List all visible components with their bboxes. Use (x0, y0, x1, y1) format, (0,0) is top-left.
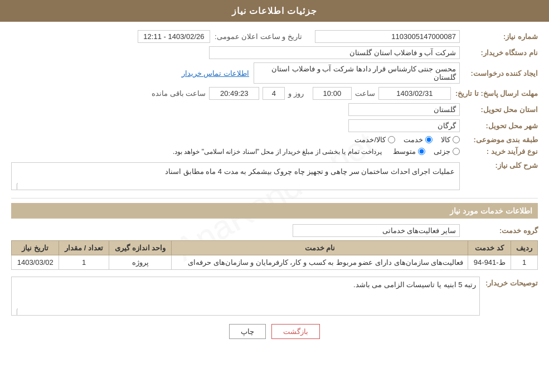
creator-value: محسن جنتی کارشناس قرار دادها شرکت آب و ف… (254, 62, 460, 84)
cell-qty: 1 (59, 255, 109, 270)
deadline-time-label: ساعت (355, 89, 375, 98)
need-description-label: شرح کلی نیاز: (460, 159, 538, 170)
resize-handle[interactable]: ⌠ (13, 183, 18, 188)
col-code: کد خدمت (468, 241, 511, 255)
page-header: جزئیات اطلاعات نیاز (0, 0, 549, 22)
deadline-label: مهلت ارسال پاسخ: تا تاریخ: (451, 89, 538, 98)
buyer-notes-label: توصیحات خریدار: (485, 277, 538, 287)
action-buttons: بازگشت چاپ (11, 324, 538, 339)
col-unit: واحد اندازه گیری (109, 241, 172, 255)
table-row: 1 ط-941-94 فعالیت‌های سازمان‌های دارای ع… (12, 255, 538, 270)
page-title: جزئیات اطلاعات نیاز (232, 6, 318, 16)
cell-name: فعالیت‌های سازمان‌های دارای عضو مربوط به… (172, 255, 468, 270)
back-button[interactable]: بازگشت (271, 324, 320, 339)
need-number-value: 1103005147000087 (315, 30, 460, 43)
province-value: گلستان (348, 103, 460, 116)
purchase-type-label: نوع فرآیند خرید : (460, 147, 538, 156)
purchase-option-motavasset[interactable]: متوسط (393, 147, 425, 156)
creator-label: ایجاد کننده درخواست: (460, 69, 538, 78)
category-option-khedmat[interactable]: خدمت (404, 135, 433, 144)
city-value: گرگان (348, 119, 460, 132)
service-group-value: سایر فعالیت‌های خدماتی (293, 224, 460, 237)
creator-contact-link[interactable]: اطلاعات تماس خریدار (182, 69, 249, 78)
cell-date: 1403/03/02 (12, 255, 59, 270)
cell-row: 1 (511, 255, 538, 270)
services-table: ردیف کد خدمت نام خدمت واحد اندازه گیری ت… (11, 240, 538, 270)
announce-date-value: 1403/02/26 - 12:11 (138, 30, 210, 43)
cell-unit: پروژه (109, 255, 172, 270)
deadline-date: 1403/02/31 (378, 87, 451, 100)
announce-date-label: تاریخ و ساعت اعلان عمومی: (215, 32, 302, 41)
deadline-time: 10:00 (313, 87, 352, 100)
province-label: استان محل تحویل: (460, 105, 538, 114)
buyer-org-value: شرکت آب و فاضلاب استان گلستان (209, 46, 460, 59)
deadline-days: 4 (263, 87, 285, 100)
buyer-notes-box: رتبه 5 ابنیه یا تاسیسات الزامی می باشد. … (11, 277, 480, 316)
services-section-title: اطلاعات خدمات مورد نیاز (11, 203, 538, 219)
deadline-remain-label: ساعت باقی مانده (152, 89, 206, 98)
service-group-label: گروه خدمت: (460, 226, 538, 235)
need-description-value: عملیات اجرای احداث ساختمان سر چاهی و تجه… (11, 162, 460, 190)
purchase-note: پرداخت تمام یا بخشی از مبلغ خریدار از مح… (173, 148, 382, 156)
col-row: ردیف (511, 241, 538, 255)
buyer-notes-resize[interactable]: ⌠ (13, 308, 18, 314)
category-option-kala[interactable]: کالا (441, 135, 460, 144)
print-button[interactable]: چاپ (229, 324, 266, 339)
category-label: طبقه بندی موضوعی: (460, 135, 538, 144)
col-qty: تعداد / مقدار (59, 241, 109, 255)
city-label: شهر محل تحویل: (460, 122, 538, 130)
col-date: تاریخ نیاز (12, 241, 59, 255)
buyer-org-label: نام دستگاه خریدار: (460, 49, 538, 57)
purchase-option-jozei[interactable]: جزئی (434, 147, 460, 156)
need-number-label: شماره نیاز: (460, 32, 538, 41)
deadline-days-label: روز و (288, 89, 304, 98)
deadline-remain: 20:49:23 (209, 87, 259, 100)
buyer-notes-section: توصیحات خریدار: رتبه 5 ابنیه یا تاسیسات … (11, 277, 538, 316)
cell-code: ط-941-94 (468, 255, 511, 270)
col-name: نام خدمت (172, 241, 468, 255)
category-option-kala-khedmat[interactable]: کالا/خدمت (354, 135, 395, 144)
buyer-notes-value: رتبه 5 ابنیه یا تاسیسات الزامی می باشد. (353, 280, 476, 289)
